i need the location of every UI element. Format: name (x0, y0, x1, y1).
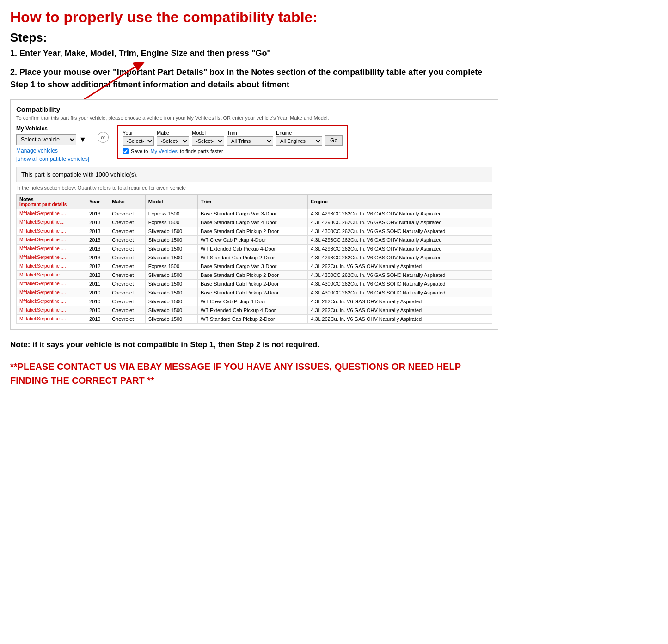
notes-cell: Mfrlabel:Serpentine .... (17, 227, 86, 235)
make-cell: Chevrolet (109, 235, 146, 244)
notes-cell: Mfrlabel:Serpentine .... (17, 297, 86, 306)
table-row: Mfrlabel:Serpentine ....2010ChevroletSil… (17, 306, 492, 314)
make-cell: Chevrolet (109, 306, 146, 314)
model-cell: Express 1500 (145, 262, 197, 270)
model-cell: Silverado 1500 (145, 244, 197, 253)
col-engine: Engine (308, 194, 492, 209)
go-button[interactable]: Go (325, 135, 343, 146)
trim-cell: Base Standard Cargo Van 3-Door (198, 209, 308, 218)
make-cell: Chevrolet (109, 262, 146, 270)
compatibility-container: Compatibility To confirm that this part … (10, 99, 498, 330)
compatibility-table: Notes Important part details Year Make M… (16, 194, 492, 324)
my-vehicles-link[interactable]: My Vehicles (150, 148, 178, 154)
notes-cell: Mfrlabel:Serpentine .... (17, 270, 86, 279)
vehicle-select[interactable]: Select a vehicle (16, 134, 76, 145)
engine-select[interactable]: All Engines (276, 136, 322, 146)
engine-cell: 4.3L 4293CC 262Cu. In. V6 GAS OHV Natura… (308, 209, 492, 218)
or-divider: or (98, 132, 109, 143)
make-field: Make -Select- (157, 130, 189, 146)
compat-count-banner: This part is compatible with 1000 vehicl… (16, 167, 492, 182)
engine-label: Engine (276, 130, 322, 135)
show-all-link[interactable]: [show all compatible vehicles] (16, 156, 89, 162)
trim-cell: WT Crew Cab Pickup 4-Door (198, 235, 308, 244)
trim-cell: Base Standard Cab Pickup 2-Door (198, 279, 308, 288)
make-cell: Chevrolet (109, 244, 146, 253)
model-cell: Silverado 1500 (145, 235, 197, 244)
year-cell: 2013 (86, 227, 109, 235)
notes-cell: Mfrlabel:Serpentine .... (17, 253, 86, 262)
trim-cell: Base Standard Cab Pickup 2-Door (198, 270, 308, 279)
notes-cell: Mfrlabel:Serpentine .... (17, 288, 86, 297)
make-label: Make (157, 130, 189, 135)
table-header: Notes Important part details Year Make M… (17, 194, 492, 209)
manage-vehicles-link[interactable]: Manage vehicles (16, 147, 89, 154)
model-cell: Silverado 1500 (145, 306, 197, 314)
step1-text: 1. Enter Year, Make, Model, Trim, Engine… (10, 48, 498, 59)
contact-section: **PLEASE CONTACT US VIA EBAY MESSAGE IF … (10, 360, 498, 387)
engine-cell: 4.3L 262Cu. In. V6 GAS OHV Naturally Asp… (308, 306, 492, 314)
table-row: Mfrlabel:Serpentine ....2013ChevroletSil… (17, 253, 492, 262)
table-row: Mfrlabel:Serpentine ....2010ChevroletSil… (17, 297, 492, 306)
trim-cell: WT Standard Cab Pickup 2-Door (198, 253, 308, 262)
steps-title: Steps: (10, 31, 498, 45)
table-row: Mfrlabel:Serpentine ....2011ChevroletSil… (17, 279, 492, 288)
col-model: Model (145, 194, 197, 209)
model-cell: Silverado 1500 (145, 279, 197, 288)
trim-cell: WT Standard Cab Pickup 2-Door (198, 314, 308, 323)
note-section: Note: if it says your vehicle is not com… (10, 339, 498, 351)
notes-cell: Mfrlabel:Serpentine .... (17, 306, 86, 314)
model-label: Model (192, 130, 224, 135)
main-title: How to properly use the compatibility ta… (10, 8, 498, 26)
engine-cell: 4.3L 4293CC 262Cu. In. V6 GAS OHV Natura… (308, 244, 492, 253)
trim-cell: Base Standard Cab Pickup 2-Door (198, 288, 308, 297)
year-field: Year -Select- (123, 130, 154, 146)
table-body: Mfrlabel:Serpentine ....2013ChevroletExp… (17, 209, 492, 323)
col-notes: Notes Important part details (17, 194, 86, 209)
col-trim: Trim (198, 194, 308, 209)
model-cell: Silverado 1500 (145, 270, 197, 279)
model-cell: Express 1500 (145, 209, 197, 218)
make-cell: Chevrolet (109, 218, 146, 227)
year-cell: 2013 (86, 218, 109, 227)
make-cell: Chevrolet (109, 314, 146, 323)
step2-text: 2. Place your mouse over "Important Part… (10, 66, 498, 91)
save-checkbox[interactable] (123, 148, 129, 154)
year-cell: 2012 (86, 262, 109, 270)
notes-cell: Mfrlabel:Serpentine .... (17, 279, 86, 288)
year-cell: 2010 (86, 297, 109, 306)
engine-cell: 4.3L 262Cu. In. V6 GAS OHV Naturally Asp… (308, 262, 492, 270)
year-cell: 2013 (86, 209, 109, 218)
trim-select[interactable]: All Trims (227, 136, 273, 146)
dropdown-icon: ▼ (79, 135, 86, 144)
model-cell: Silverado 1500 (145, 227, 197, 235)
notes-cell: Mfrlabel:Serpentine .... (17, 235, 86, 244)
compat-note: In the notes section below, Quantity ref… (16, 185, 492, 190)
trim-cell: Base Standard Cargo Van 4-Door (198, 218, 308, 227)
model-select[interactable]: -Select- (192, 136, 224, 146)
model-cell: Express 1500 (145, 218, 197, 227)
table-row: Mfrlabel:Serpentine ....2013ChevroletSil… (17, 244, 492, 253)
make-select[interactable]: -Select- (157, 136, 189, 146)
table-row: Mfrlabel:Serpentine....2013ChevroletExpr… (17, 218, 492, 227)
compat-title: Compatibility (16, 105, 492, 113)
notes-cell: Mfrlabel:Serpentine .... (17, 262, 86, 270)
make-cell: Chevrolet (109, 288, 146, 297)
engine-cell: 4.3L 4300CC 262Cu. In. V6 GAS SOHC Natur… (308, 227, 492, 235)
trim-cell: WT Extended Cab Pickup 4-Door (198, 244, 308, 253)
table-row: Mfrlabel:Serpentine ....2013ChevroletSil… (17, 227, 492, 235)
engine-cell: 4.3L 262Cu. In. V6 GAS OHV Naturally Asp… (308, 314, 492, 323)
year-cell: 2010 (86, 306, 109, 314)
my-vehicles-label: My Vehicles (16, 125, 89, 132)
model-cell: Silverado 1500 (145, 297, 197, 306)
col-year: Year (86, 194, 109, 209)
engine-cell: 4.3L 262Cu. In. V6 GAS OHV Naturally Asp… (308, 297, 492, 306)
year-cell: 2013 (86, 244, 109, 253)
trim-cell: WT Extended Cab Pickup 4-Door (198, 306, 308, 314)
year-select[interactable]: -Select- (123, 136, 154, 146)
year-cell: 2011 (86, 279, 109, 288)
make-cell: Chevrolet (109, 270, 146, 279)
year-cell: 2013 (86, 253, 109, 262)
engine-cell: 4.3L 4293CC 262Cu. In. V6 GAS OHV Natura… (308, 218, 492, 227)
model-cell: Silverado 1500 (145, 314, 197, 323)
ymm-form: Year -Select- Make -Select- Model -Selec… (117, 125, 348, 159)
